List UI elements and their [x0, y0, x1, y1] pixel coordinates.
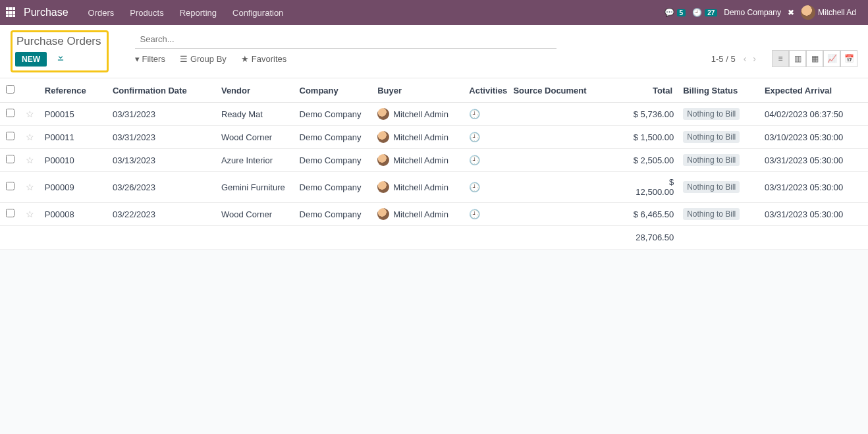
col-activities[interactable]: Activities	[464, 78, 508, 103]
view-calendar[interactable]: 📅	[840, 50, 857, 67]
cell-buyer: Mitchell Admin	[372, 126, 464, 149]
nav-orders[interactable]: Orders	[80, 8, 122, 18]
table-row[interactable]: ☆P0001003/13/2023Azure InteriorDemo Comp…	[0, 149, 868, 172]
pager-next[interactable]: ›	[751, 53, 757, 64]
breadcrumb-title: Purchase Orders	[15, 35, 101, 48]
clock-icon: 🕘	[469, 109, 480, 119]
groupby-button[interactable]: ☰Group By	[180, 54, 227, 64]
cell-activities[interactable]: 🕘	[464, 149, 508, 172]
nav-products[interactable]: Products	[122, 8, 171, 18]
view-kanban[interactable]: ▥	[789, 50, 806, 67]
cell-buyer: Mitchell Admin	[372, 149, 464, 172]
cell-reference: P00011	[40, 126, 107, 149]
cell-confirmation: 03/13/2023	[107, 149, 216, 172]
clock-icon: 🕘	[469, 182, 480, 192]
chat-icon: 💬	[665, 8, 674, 17]
cell-vendor: Ready Mat	[216, 103, 294, 126]
col-source[interactable]: Source Document	[508, 78, 623, 103]
filters-button[interactable]: ▾Filters	[135, 54, 165, 64]
activities-button[interactable]: 🕘 27	[692, 8, 717, 17]
cell-activities[interactable]: 🕘	[464, 203, 508, 226]
view-graph[interactable]: 📈	[823, 50, 840, 67]
cell-total: $ 12,500.00	[624, 172, 678, 203]
clock-icon: 🕘	[692, 8, 702, 17]
download-button[interactable]	[56, 53, 65, 64]
grand-total: 28,706.50	[624, 226, 678, 250]
layers-icon: ☰	[180, 54, 188, 64]
company-switcher[interactable]: Demo Company	[724, 8, 781, 17]
messages-badge: 5	[677, 9, 686, 16]
row-checkbox[interactable]	[6, 209, 14, 217]
cell-buyer: Mitchell Admin	[372, 203, 464, 226]
cell-vendor: Azure Interior	[216, 149, 294, 172]
debug-icon[interactable]: ✖	[788, 8, 794, 17]
favorite-star[interactable]: ☆	[26, 209, 34, 219]
messages-button[interactable]: 💬 5	[665, 8, 686, 17]
cell-billing: Nothing to Bill	[678, 149, 759, 172]
avatar-icon	[377, 181, 389, 193]
avatar-icon	[377, 108, 389, 120]
cell-arrival: 03/10/2023 05:30:00	[759, 126, 868, 149]
favorite-star[interactable]: ☆	[26, 132, 34, 142]
new-button[interactable]: NEW	[15, 52, 47, 67]
clock-icon: 🕘	[469, 209, 480, 219]
avatar-icon	[377, 208, 389, 220]
cell-activities[interactable]: 🕘	[464, 103, 508, 126]
control-panel: Purchase Orders NEW ▾Filters ☰Group By ★…	[0, 25, 868, 78]
cell-confirmation: 03/31/2023	[107, 126, 216, 149]
select-all-checkbox[interactable]	[6, 85, 14, 94]
view-list[interactable]: ≡	[772, 50, 789, 67]
cell-activities[interactable]: 🕘	[464, 126, 508, 149]
cell-vendor: Gemini Furniture	[216, 172, 294, 203]
billing-badge: Nothing to Bill	[683, 108, 740, 120]
col-vendor[interactable]: Vendor	[216, 78, 294, 103]
cell-activities[interactable]: 🕘	[464, 172, 508, 203]
col-company[interactable]: Company	[294, 78, 373, 103]
avatar-icon	[377, 154, 389, 166]
cell-confirmation: 03/26/2023	[107, 172, 216, 203]
view-pivot[interactable]: ▦	[806, 50, 823, 67]
col-arrival[interactable]: Expected Arrival	[759, 78, 868, 103]
pager-prev[interactable]: ‹	[742, 53, 748, 64]
cell-source	[508, 149, 623, 172]
clock-icon: 🕘	[469, 132, 480, 142]
billing-badge: Nothing to Bill	[683, 181, 740, 193]
top-nav: Purchase Orders Products Reporting Confi…	[0, 0, 868, 25]
table-row[interactable]: ☆P0001503/31/2023Ready MatDemo CompanyMi…	[0, 103, 868, 126]
cell-company: Demo Company	[294, 203, 373, 226]
apps-icon[interactable]	[5, 7, 17, 18]
nav-reporting[interactable]: Reporting	[172, 8, 225, 18]
col-buyer[interactable]: Buyer	[372, 78, 464, 103]
cell-confirmation: 03/22/2023	[107, 203, 216, 226]
row-checkbox[interactable]	[6, 109, 14, 117]
col-reference[interactable]: Reference	[40, 78, 107, 103]
pager-text[interactable]: 1-5 / 5	[711, 54, 736, 64]
favorites-button[interactable]: ★Favorites	[241, 54, 286, 64]
cell-total: $ 1,500.00	[624, 126, 678, 149]
col-total[interactable]: Total	[624, 78, 678, 103]
cell-company: Demo Company	[294, 103, 373, 126]
cell-arrival: 03/31/2023 05:30:00	[759, 203, 868, 226]
favorite-star[interactable]: ☆	[26, 182, 34, 192]
row-checkbox[interactable]	[6, 182, 14, 190]
cell-reference: P00008	[40, 203, 107, 226]
row-checkbox[interactable]	[6, 155, 14, 163]
col-confirmation[interactable]: Confirmation Date	[107, 78, 216, 103]
nav-configuration[interactable]: Configuration	[225, 8, 291, 18]
cell-total: $ 2,505.00	[624, 149, 678, 172]
table-row[interactable]: ☆P0000903/26/2023Gemini FurnitureDemo Co…	[0, 172, 868, 203]
user-menu[interactable]: Mitchell Ad	[801, 5, 856, 20]
col-billing[interactable]: Billing Status	[678, 78, 759, 103]
table-row[interactable]: ☆P0000803/22/2023Wood CornerDemo Company…	[0, 203, 868, 226]
search-input[interactable]	[135, 30, 556, 49]
cell-arrival: 03/31/2023 05:30:00	[759, 149, 868, 172]
favorite-star[interactable]: ☆	[26, 155, 34, 165]
row-checkbox[interactable]	[6, 132, 14, 140]
cell-billing: Nothing to Bill	[678, 103, 759, 126]
cell-arrival: 03/31/2023 05:30:00	[759, 172, 868, 203]
table-header-row: Reference Confirmation Date Vendor Compa…	[0, 78, 868, 103]
highlight-box: Purchase Orders NEW	[11, 30, 109, 72]
table-row[interactable]: ☆P0001103/31/2023Wood CornerDemo Company…	[0, 126, 868, 149]
app-brand[interactable]: Purchase	[24, 7, 68, 18]
favorite-star[interactable]: ☆	[26, 109, 34, 119]
